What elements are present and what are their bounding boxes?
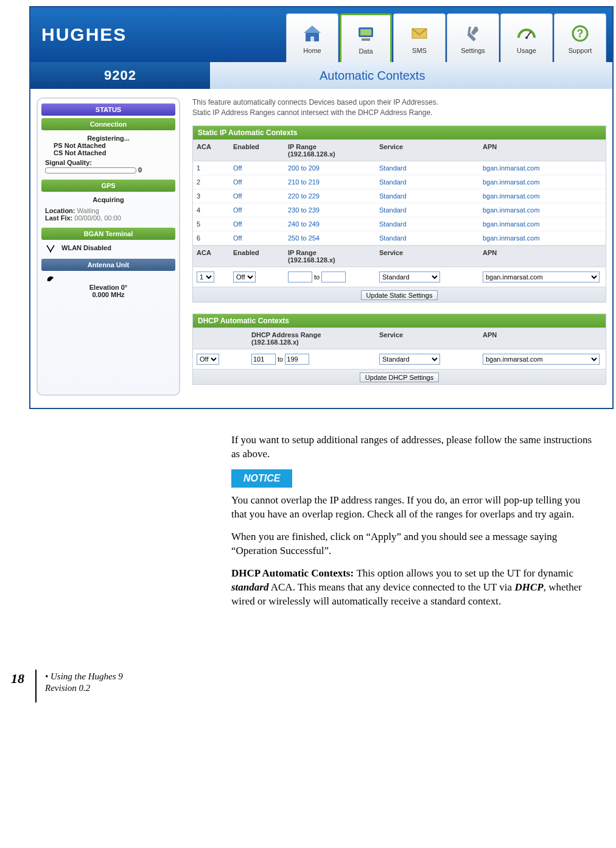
col-range: IP Range(192.168.128.x): [284, 140, 376, 161]
static-range-high-input[interactable]: [321, 272, 346, 282]
doc-p3: When you are finished, click on “Apply” …: [231, 530, 597, 558]
cell-service: Standard: [376, 161, 479, 175]
nav-home[interactable]: Home: [286, 13, 338, 62]
col-apn: APN: [479, 328, 606, 349]
col-service: Service: [376, 140, 479, 161]
dish-icon: [45, 275, 56, 284]
cell-range: 210 to 219: [284, 175, 376, 189]
nav-usage-label: Usage: [517, 47, 536, 54]
nav-support[interactable]: ? Support: [554, 13, 606, 62]
update-dhcp-button[interactable]: Update DHCP Settings: [360, 373, 439, 382]
logo: HUGHES: [30, 7, 138, 62]
static-service-select[interactable]: Standard: [379, 272, 440, 282]
col-enabled: Enabled: [229, 140, 284, 161]
cell-service: Standard: [376, 231, 479, 245]
static-apn-select[interactable]: bgan.inmarsat.com: [483, 272, 600, 282]
dhcp-range-high-input[interactable]: [285, 354, 309, 365]
nav-usage[interactable]: Usage: [500, 13, 553, 62]
subbar: 9202 Automatic Contexts: [30, 62, 612, 89]
antenna-freq: 0.000 MHz: [45, 291, 172, 298]
cell-service: Standard: [376, 217, 479, 231]
sidebar-hdr-gps: GPS: [41, 180, 175, 192]
gps-status: Acquiring: [45, 196, 172, 203]
update-static-button[interactable]: Update Static Settings: [361, 290, 438, 300]
footer-line1: Using the Hughes 9: [48, 671, 123, 681]
page-footer: 18 • Using the Hughes 9 Revision 0.2: [0, 670, 616, 721]
cell-aca: 4: [193, 203, 229, 217]
doc-p4-c: ACA. This means that any device connecte…: [268, 581, 514, 593]
main-nav: Home Data SMS Settings Usage: [286, 7, 612, 62]
doc-p4-b: standard: [231, 581, 268, 593]
sidebar-hdr-status: STATUS: [41, 103, 175, 116]
cell-apn: bgan.inmarsat.com: [479, 175, 606, 189]
cell-enabled: Off: [229, 175, 284, 189]
cell-aca: 1: [193, 161, 229, 175]
static-range-low-input[interactable]: [288, 272, 312, 282]
cell-aca: 3: [193, 189, 229, 203]
cell-range: 240 to 249: [284, 217, 376, 231]
gps-loc-label: Location:: [45, 207, 75, 214]
settings-icon: [462, 23, 484, 44]
model-number: 9202: [104, 68, 136, 83]
table-row: 1Off200 to 209Standardbgan.inmarsat.com: [193, 161, 606, 175]
home-icon: [301, 23, 323, 44]
nav-sms-label: SMS: [412, 47, 427, 54]
nav-data[interactable]: Data: [340, 13, 392, 62]
support-icon: ?: [569, 23, 591, 44]
nav-settings-label: Settings: [461, 47, 485, 54]
wlan-status: WLAN Disabled: [61, 244, 111, 251]
cell-service: Standard: [376, 175, 479, 189]
cell-apn: bgan.inmarsat.com: [479, 203, 606, 217]
cell-range: 230 to 239: [284, 203, 376, 217]
cell-aca: 2: [193, 175, 229, 189]
table-row: 4Off230 to 239Standardbgan.inmarsat.com: [193, 203, 606, 217]
cell-enabled: Off: [229, 217, 284, 231]
nav-settings[interactable]: Settings: [447, 13, 499, 62]
dhcp-enabled-select[interactable]: Off: [197, 354, 219, 365]
svg-text:?: ?: [577, 27, 584, 40]
cell-service: Standard: [376, 203, 479, 217]
status-sidebar: STATUS Connection Registering... PS Not …: [37, 97, 180, 396]
dhcp-apn-select[interactable]: bgan.inmarsat.com: [483, 354, 600, 365]
sidebar-hdr-bgan: BGAN Terminal: [41, 228, 175, 240]
intro-text: This feature automatically connects Devi…: [192, 97, 606, 118]
table-row: 6Off250 to 254Standardbgan.inmarsat.com: [193, 231, 606, 245]
table-row: 3Off220 to 229Standardbgan.inmarsat.com: [193, 189, 606, 203]
col-blank: [193, 328, 248, 349]
cell-apn: bgan.inmarsat.com: [479, 189, 606, 203]
conn-line: CS Not Attached: [54, 149, 172, 156]
sms-icon: [408, 23, 430, 44]
hughes-app-window: HUGHES Home Data SMS Settings: [29, 6, 614, 409]
data-icon: [355, 23, 377, 45]
document-body: If you want to setup additional ranges o…: [231, 433, 597, 609]
gps-block: Acquiring Location: Waiting Last Fix: 00…: [41, 194, 175, 226]
main-content: This feature automatically connects Devi…: [192, 97, 606, 396]
bgan-block: WLAN Disabled: [41, 242, 175, 258]
col-service: Service: [376, 328, 479, 349]
signal-label: Signal Quality:: [45, 159, 172, 166]
static-aca-select[interactable]: 1: [197, 272, 214, 282]
nav-sms[interactable]: SMS: [393, 13, 446, 62]
static-col-header: ACA Enabled IP Range(192.168.128.x) Serv…: [193, 139, 606, 161]
app-body: STATUS Connection Registering... PS Not …: [30, 89, 612, 408]
doc-p4: DHCP Automatic Contexts: This option all…: [231, 567, 597, 609]
static-enabled-select[interactable]: Off: [233, 272, 256, 282]
col-enabled: Enabled: [229, 246, 284, 267]
cell-enabled: Off: [229, 203, 284, 217]
cell-enabled: Off: [229, 189, 284, 203]
cell-enabled: Off: [229, 161, 284, 175]
sidebar-hdr-connection: Connection: [41, 118, 175, 130]
gps-fix-value: 00/00/00, 00:00: [74, 214, 121, 222]
dhcp-panel-title: DHCP Automatic Contexts: [193, 314, 606, 328]
doc-p2: You cannot overlap the IP address ranges…: [231, 494, 597, 522]
col-apn: APN: [479, 140, 606, 161]
svg-point-8: [525, 37, 528, 39]
dhcp-service-select[interactable]: Standard: [379, 354, 440, 365]
col-service: Service: [376, 246, 479, 267]
cell-service: Standard: [376, 189, 479, 203]
dhcp-col-header: DHCP Address Range(192.168.128.x) Servic…: [193, 328, 606, 349]
table-row: 2Off210 to 219Standardbgan.inmarsat.com: [193, 175, 606, 189]
cell-apn: bgan.inmarsat.com: [479, 161, 606, 175]
dhcp-range-low-input[interactable]: [251, 354, 276, 365]
signal-bar: [45, 167, 136, 173]
